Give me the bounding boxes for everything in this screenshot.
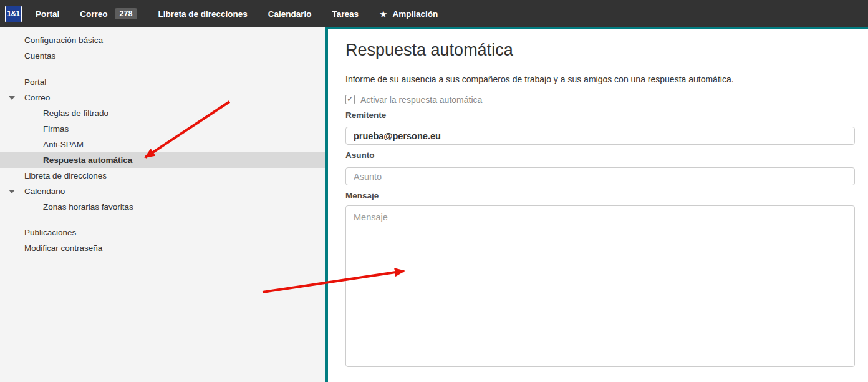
sidebar-item-label: Correo xyxy=(24,93,50,102)
sidebar-item-label: Anti-SPAM xyxy=(43,140,84,149)
sidebar-item-label: Libreta de direcciones xyxy=(24,171,107,180)
tab-label: Correo xyxy=(80,9,107,19)
sidebar-item-libreta-de-direcciones[interactable]: Libreta de direcciones xyxy=(0,168,326,184)
tab-calendario[interactable]: Calendario xyxy=(268,9,312,19)
tab-label: Ampliación xyxy=(392,9,438,19)
tab-correo[interactable]: Correo 278 xyxy=(80,8,137,20)
sidebar-item-label: Reglas de filtrado xyxy=(43,109,109,118)
caret-down-icon xyxy=(9,190,15,193)
page-description: Informe de su ausencia a sus compañeros … xyxy=(345,74,855,85)
tab-label: Libreta de direcciones xyxy=(158,9,247,19)
sidebar-item-calendario[interactable]: Calendario xyxy=(0,184,326,199)
sidebar-item-label: Respuesta automática xyxy=(43,155,132,165)
activate-checkbox[interactable]: ✓ xyxy=(345,95,355,104)
sidebar-item-cuentas[interactable]: Cuentas xyxy=(0,48,326,64)
settings-sidebar: Configuración básica Cuentas Portal Corr… xyxy=(0,27,326,382)
tab-portal[interactable]: Portal xyxy=(36,9,59,19)
top-nav-tabs: Portal Correo 278 Libreta de direcciones… xyxy=(36,8,438,20)
sender-input[interactable] xyxy=(345,127,855,145)
sidebar-item-firmas[interactable]: Firmas xyxy=(0,121,326,137)
subject-label: Asunto xyxy=(345,150,855,160)
sidebar-item-label: Calendario xyxy=(24,187,65,196)
page-title: Respuesta automática xyxy=(345,40,855,60)
sidebar-item-label: Firmas xyxy=(43,124,69,134)
sidebar-item-modificar-contrasena[interactable]: Modificar contraseña xyxy=(0,240,326,256)
subject-input[interactable] xyxy=(345,167,855,185)
sidebar-item-label: Portal xyxy=(24,77,46,87)
top-nav-bar: 1&1 Portal Correo 278 Libreta de direcci… xyxy=(0,0,868,27)
tab-ampliacion[interactable]: ★ Ampliación xyxy=(379,9,438,19)
sidebar-item-label: Zonas horarias favoritas xyxy=(43,202,133,212)
sidebar-item-zonas-horarias-favoritas[interactable]: Zonas horarias favoritas xyxy=(0,199,326,215)
tab-libreta-de-direcciones[interactable]: Libreta de direcciones xyxy=(158,9,247,19)
activate-auto-reply-row: ✓ Activar la respuesta automática xyxy=(345,94,855,105)
sidebar-item-anti-spam[interactable]: Anti-SPAM xyxy=(0,137,326,152)
sidebar-item-label: Publicaciones xyxy=(24,228,76,237)
sidebar-item-label: Cuentas xyxy=(24,51,55,61)
sidebar-spacer xyxy=(0,64,326,74)
tab-label: Calendario xyxy=(268,9,312,19)
message-label: Mensaje xyxy=(345,191,855,200)
caret-down-icon xyxy=(9,96,15,100)
sidebar-item-portal[interactable]: Portal xyxy=(0,74,326,90)
app-window: 1&1 Portal Correo 278 Libreta de direcci… xyxy=(0,0,868,382)
unread-count-badge: 278 xyxy=(115,8,138,20)
star-icon: ★ xyxy=(379,9,387,19)
brand-logo[interactable]: 1&1 xyxy=(5,6,22,22)
sender-label: Remitente xyxy=(345,110,855,120)
sidebar-item-label: Configuración básica xyxy=(24,36,103,45)
sidebar-item-label: Modificar contraseña xyxy=(24,243,102,253)
activate-checkbox-label: Activar la respuesta automática xyxy=(360,95,482,105)
tab-label: Tareas xyxy=(332,9,359,19)
sidebar-item-correo[interactable]: Correo xyxy=(0,90,326,105)
tab-label: Portal xyxy=(36,9,59,19)
sidebar-item-reglas-de-filtrado[interactable]: Reglas de filtrado xyxy=(0,105,326,121)
sidebar-spacer xyxy=(0,215,326,225)
sidebar-item-publicaciones[interactable]: Publicaciones xyxy=(0,225,326,240)
sidebar-item-respuesta-automatica[interactable]: Respuesta automática xyxy=(0,152,326,168)
message-textarea[interactable] xyxy=(345,205,855,367)
sidebar-item-configuracion-basica[interactable]: Configuración básica xyxy=(0,32,326,48)
checkmark-icon: ✓ xyxy=(347,94,354,104)
tab-tareas[interactable]: Tareas xyxy=(332,9,359,19)
auto-reply-settings-panel: Respuesta automática Informe de su ausen… xyxy=(326,27,868,382)
